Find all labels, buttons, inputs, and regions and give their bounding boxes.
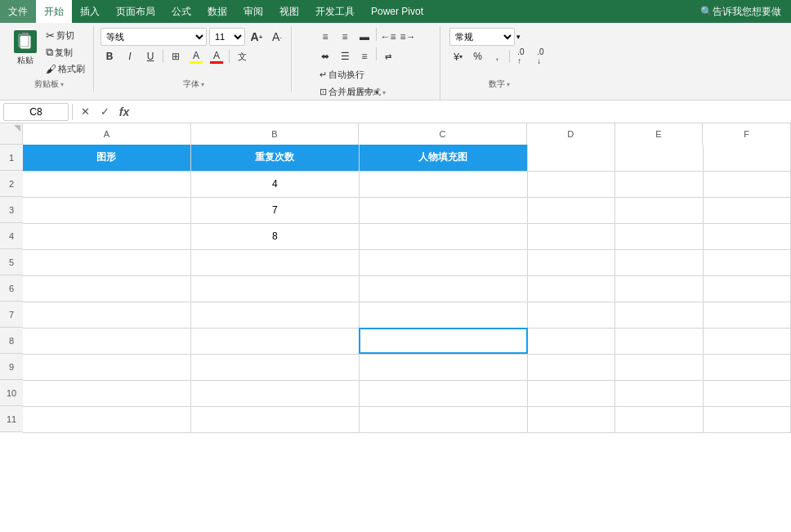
cell-e10[interactable] [615,380,703,406]
font-size-select[interactable]: 11 [209,28,245,46]
menu-home[interactable]: 开始 [36,0,72,23]
menu-review[interactable]: 审阅 [235,0,271,23]
cell-c3[interactable] [359,197,527,223]
align-top-center-button[interactable]: ≡ [336,28,354,46]
cell-c10[interactable] [359,380,527,406]
menu-data[interactable]: 数据 [199,0,235,23]
cell-a1[interactable]: 图形 [23,145,190,171]
cell-e3[interactable] [615,197,703,223]
bold-button[interactable]: B [101,47,118,65]
cell-d3[interactable] [528,197,615,223]
formula-cancel-button[interactable]: ✕ [76,103,94,121]
copy-button[interactable]: ⧉ 复制 [42,44,88,60]
cut-button[interactable]: ✂ 剪切 [42,28,88,43]
number-format-select[interactable]: 常规 [449,28,515,46]
cell-e8[interactable] [615,328,703,354]
decrease-indent-button[interactable]: ←≡ [379,28,397,46]
cell-a9[interactable] [23,354,190,380]
cell-b7[interactable] [190,302,359,328]
text-direction-button[interactable]: ⇄ [379,47,397,65]
row-header-2[interactable]: 2 [0,171,23,197]
cell-b2[interactable]: 4 [190,171,359,197]
increase-indent-button[interactable]: ≡→ [399,28,417,46]
cell-c4[interactable] [359,223,527,249]
row-header-3[interactable]: 3 [0,197,23,223]
cell-e7[interactable] [615,302,703,328]
cell-f6[interactable] [703,275,790,302]
cell-a6[interactable] [23,275,190,302]
number-expand-icon[interactable]: ▾ [507,81,510,88]
row-header-8[interactable]: 8 [0,328,23,354]
underline-button[interactable]: U [141,47,159,65]
cell-e4[interactable] [615,223,703,249]
row-header-6[interactable]: 6 [0,275,23,302]
cell-c11[interactable] [359,406,527,432]
comma-button[interactable]: , [489,47,507,65]
alignment-expand-icon[interactable]: ▾ [382,89,386,96]
formula-confirm-button[interactable]: ✓ [96,103,114,121]
menu-view[interactable]: 视图 [271,0,307,23]
cell-a11[interactable] [23,406,190,432]
align-center-button[interactable]: ☰ [336,47,354,65]
cell-f8[interactable] [703,328,790,354]
cell-f2[interactable] [703,171,790,197]
cell-b11[interactable] [190,406,359,432]
align-right-button[interactable]: ≡ [355,47,373,65]
cell-c6[interactable] [359,275,527,302]
cell-f3[interactable] [703,197,790,223]
cell-c5[interactable] [359,249,527,275]
cell-a10[interactable] [23,380,190,406]
col-header-d[interactable]: D [527,123,615,145]
cell-b4[interactable]: 8 [190,223,359,249]
cell-b9[interactable] [190,354,359,380]
cell-d5[interactable] [528,249,615,275]
row-header-4[interactable]: 4 [0,223,23,249]
formula-fx-button[interactable]: fx [115,103,133,121]
cell-b1[interactable]: 重复次数 [190,145,359,171]
cell-d1[interactable] [528,145,615,171]
col-header-f[interactable]: F [703,123,791,145]
row-header-9[interactable]: 9 [0,354,23,380]
number-format-dropdown[interactable]: ▾ [516,33,521,41]
cell-c1[interactable]: 人物填充图 [359,145,527,171]
cell-d2[interactable] [528,171,615,197]
row-header-11[interactable]: 11 [0,406,23,432]
align-top-right-button[interactable]: ▬ [355,28,373,46]
cell-f11[interactable] [703,406,790,432]
cell-b8[interactable] [190,328,359,354]
wen-button[interactable]: 文 [233,47,251,65]
font-shrink-button[interactable]: A- [268,28,286,46]
menu-insert[interactable]: 插入 [72,0,108,23]
col-header-c[interactable]: C [359,123,527,145]
border-button[interactable]: ⊞ [167,47,185,65]
font-expand-icon[interactable]: ▾ [201,81,204,88]
cell-c8[interactable] [359,328,527,354]
wrap-text-button[interactable]: ↵ 自动换行 [316,67,368,83]
cell-f4[interactable] [703,223,790,249]
cell-d11[interactable] [528,406,615,432]
cell-b5[interactable] [190,249,359,275]
italic-button[interactable]: I [121,47,139,65]
cell-f10[interactable] [703,380,790,406]
cell-d7[interactable] [528,302,615,328]
align-top-left-button[interactable]: ≡ [316,28,334,46]
cell-c2[interactable] [359,171,527,197]
menu-formula[interactable]: 公式 [163,0,199,23]
search-bar[interactable]: 🔍 告诉我您想要做 [690,0,791,23]
font-color-button[interactable]: A [208,47,226,65]
currency-button[interactable]: ¥▾ [449,47,467,65]
cell-f7[interactable] [703,302,790,328]
col-header-a[interactable]: A [23,123,191,145]
clipboard-expand-icon[interactable]: ▾ [60,81,64,88]
cell-c7[interactable] [359,302,527,328]
formula-input[interactable] [135,103,788,121]
cell-d4[interactable] [528,223,615,249]
cell-d9[interactable] [528,354,615,380]
align-left-button[interactable]: ⬌ [316,47,334,65]
cell-b10[interactable] [190,380,359,406]
menu-developer[interactable]: 开发工具 [307,0,363,23]
font-grow-button[interactable]: A+ [248,28,266,46]
cell-a3[interactable] [23,197,190,223]
cell-f5[interactable] [703,249,790,275]
cell-e1[interactable] [615,145,703,171]
